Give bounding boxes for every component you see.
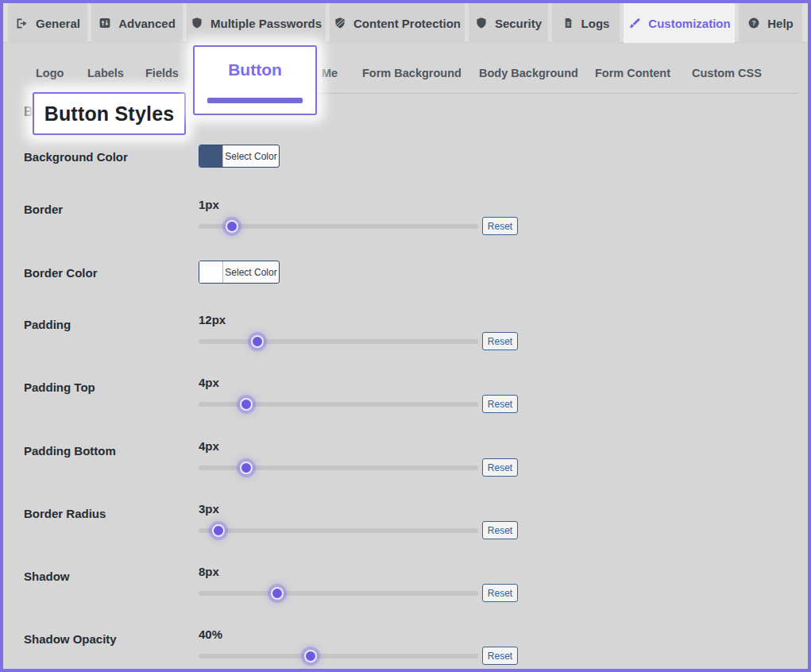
tab-security[interactable]: Security	[469, 3, 548, 43]
slider-thumb[interactable]	[240, 398, 253, 411]
tab-help[interactable]: ?Help	[739, 3, 802, 43]
slider-track	[199, 528, 478, 533]
select-color-label: Select Color	[223, 261, 279, 283]
sub-tab-button-underline	[207, 98, 303, 103]
slider-thumb[interactable]	[251, 335, 264, 348]
slider-value: 8px	[199, 565, 219, 578]
setting-row-padding-top: Padding Top4pxReset	[0, 376, 811, 431]
setting-label: Shadow Opacity	[24, 632, 117, 646]
setting-label: Padding Top	[24, 380, 95, 394]
shield-icon	[191, 17, 203, 29]
svg-text:?: ?	[752, 19, 756, 27]
slider-thumb[interactable]	[240, 462, 253, 474]
exit-icon	[15, 17, 29, 30]
slider-shadow[interactable]	[199, 590, 478, 598]
select-color-button[interactable]: Select Color	[199, 145, 280, 168]
tab-label: Customization	[648, 17, 730, 30]
setting-label: Border Radius	[24, 507, 106, 520]
shield-slash-icon	[334, 17, 346, 29]
tab-label: Logs	[581, 17, 610, 30]
setting-row-background-color: Background ColorSelect Color	[0, 145, 811, 200]
setting-row-shadow-opacity: Shadow Opacity40%Reset	[0, 628, 811, 672]
tab-label: General	[36, 17, 80, 30]
slider-track	[199, 339, 478, 344]
slider-border[interactable]	[199, 223, 478, 231]
sub-tab-custom-css[interactable]: Custom CSS	[692, 67, 762, 79]
tab-advanced[interactable]: Advanced	[91, 3, 183, 43]
setting-label: Padding Bottom	[24, 444, 116, 458]
main-tab-bar: GeneralAdvancedMultiple PasswordsContent…	[3, 3, 808, 43]
tab-label: Multiple Passwords	[210, 17, 322, 30]
shield-filled-icon	[475, 17, 488, 29]
sub-tab-button-highlighted[interactable]: Button	[193, 45, 317, 115]
tab-label: Advanced	[118, 17, 176, 30]
section-heading-partial: B	[24, 105, 33, 119]
sub-tab-button-label: Button	[195, 60, 315, 79]
slider-padding[interactable]	[199, 338, 478, 346]
slider-thumb[interactable]	[212, 524, 225, 537]
slider-value: 3px	[199, 502, 219, 516]
button-styles-heading-callout: Button Styles	[33, 92, 186, 135]
slider-shadow-opacity[interactable]	[199, 653, 478, 661]
reset-button[interactable]: Reset	[482, 521, 518, 539]
slider-thumb[interactable]	[271, 587, 284, 600]
slider-thumb[interactable]	[304, 650, 317, 662]
reset-button[interactable]: Reset	[482, 584, 518, 602]
slider-value: 4px	[199, 439, 219, 453]
slider-value: 4px	[199, 376, 219, 389]
slider-padding-top[interactable]	[199, 401, 478, 409]
select-color-button[interactable]: Select Color	[199, 261, 280, 284]
tab-general[interactable]: General	[8, 3, 87, 43]
sub-tab-fields[interactable]: Fields	[145, 67, 179, 79]
setting-row-shadow: Shadow8pxReset	[0, 565, 811, 620]
setting-label: Padding	[24, 318, 71, 331]
slider-padding-bottom[interactable]	[199, 465, 478, 473]
sub-tab-form-content[interactable]: Form Content	[595, 67, 670, 79]
tab-logs[interactable]: Logs	[552, 3, 620, 43]
tab-customization[interactable]: Customization	[624, 3, 735, 43]
slider-border-radius[interactable]	[199, 527, 478, 535]
slider-track	[199, 224, 478, 229]
slider-thumb[interactable]	[226, 220, 238, 233]
reset-button[interactable]: Reset	[482, 217, 518, 235]
reset-button[interactable]: Reset	[482, 395, 518, 413]
sub-tab-body-background[interactable]: Body Background	[479, 67, 578, 79]
setting-label: Border Color	[24, 266, 98, 280]
setting-row-padding: Padding12pxReset	[0, 313, 811, 369]
color-swatch	[199, 261, 223, 283]
setting-row-border-radius: Border Radius3pxReset	[0, 502, 811, 558]
plugin-settings-window: GeneralAdvancedMultiple PasswordsContent…	[0, 0, 811, 672]
sub-tab-labels[interactable]: Labels	[87, 67, 124, 79]
paintbrush-icon	[628, 17, 641, 30]
slider-value: 1px	[199, 198, 219, 211]
slider-value: 40%	[199, 628, 222, 641]
setting-label: Background Color	[24, 150, 128, 164]
slider-track	[199, 654, 478, 658]
tab-label: Help	[767, 17, 794, 30]
setting-label: Border	[24, 203, 63, 216]
select-color-label: Select Color	[223, 145, 279, 167]
slider-value: 12px	[199, 313, 226, 326]
setting-label: Shadow	[24, 570, 70, 583]
tab-multiple-passwords[interactable]: Multiple Passwords	[187, 3, 326, 43]
reset-button[interactable]: Reset	[482, 647, 518, 665]
slider-track	[199, 591, 478, 596]
sub-tab-me[interactable]: Me	[322, 67, 338, 79]
sub-tab-logo[interactable]: Logo	[36, 67, 64, 79]
sub-tab-form-background[interactable]: Form Background	[362, 67, 461, 79]
reset-button[interactable]: Reset	[482, 332, 518, 350]
help-icon: ?	[747, 17, 760, 29]
setting-row-padding-bottom: Padding Bottom4pxReset	[0, 439, 811, 495]
document-icon	[562, 17, 574, 29]
sort-icon	[98, 17, 111, 29]
tab-content-protection[interactable]: Content Protection	[330, 3, 465, 43]
setting-row-border-color: Border ColorSelect Color	[0, 261, 811, 316]
setting-row-border: Border1pxReset	[0, 198, 811, 253]
tab-label: Content Protection	[353, 17, 461, 30]
color-swatch	[199, 145, 223, 167]
reset-button[interactable]: Reset	[482, 458, 518, 477]
tab-label: Security	[495, 17, 542, 30]
